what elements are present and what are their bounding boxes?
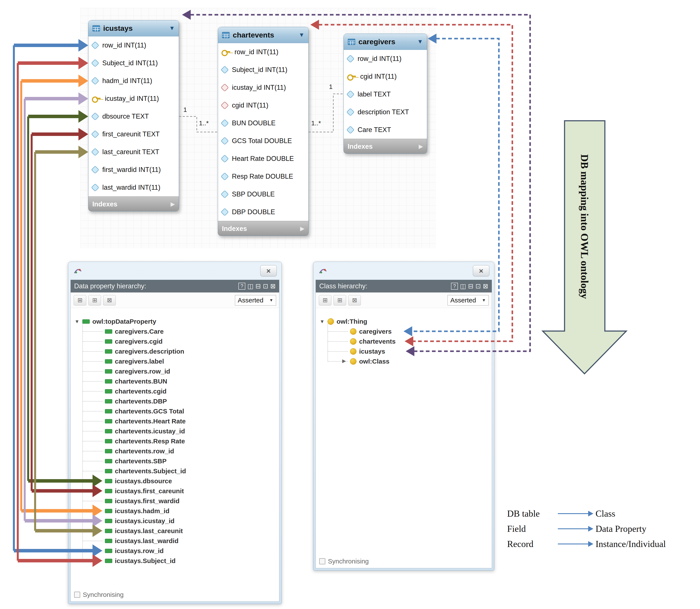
table-field-row[interactable]: Resp Rate DOUBLE bbox=[218, 168, 308, 185]
close-pane-icon[interactable]: ⊠ bbox=[270, 283, 276, 290]
figure-canvas: icustays ▼ row_id INT(11) Subject_id INT… bbox=[0, 0, 700, 609]
chevron-down-icon[interactable]: ▼ bbox=[417, 38, 423, 45]
table-field-row[interactable]: label TEXT bbox=[344, 85, 427, 103]
class-item[interactable]: icustays bbox=[320, 346, 492, 356]
synchronising-label: Synchronising bbox=[83, 591, 124, 598]
field-label: row_id INT(11) bbox=[234, 48, 279, 56]
close-button[interactable]: × bbox=[473, 265, 489, 276]
data-property-item[interactable]: chartevents.Subject_id bbox=[74, 466, 279, 476]
split-view-icon[interactable]: ◫ bbox=[460, 283, 466, 290]
window-titlebar[interactable]: × bbox=[68, 262, 282, 280]
restore-icon[interactable]: ⊡ bbox=[263, 283, 268, 290]
table-field-row[interactable]: last_wardid INT(11) bbox=[88, 179, 179, 196]
table-field-row[interactable]: row_id INT(11) bbox=[88, 36, 179, 54]
restore-icon[interactable]: ⊡ bbox=[475, 283, 481, 290]
data-property-item[interactable]: caregivers.Care bbox=[74, 327, 279, 336]
data-property-item[interactable]: icustays.row_id bbox=[74, 546, 279, 556]
table-field-row[interactable]: dbsource TEXT bbox=[88, 107, 179, 125]
table-field-row[interactable]: first_careunit TEXT bbox=[88, 125, 179, 143]
data-property-item[interactable]: chartevents.Resp Rate bbox=[74, 436, 279, 446]
field-label: Subject_id INT(11) bbox=[232, 66, 287, 74]
data-property-item[interactable]: chartevents.SBP bbox=[74, 456, 279, 466]
close-button[interactable]: × bbox=[260, 265, 277, 276]
table-field-row[interactable]: cgid INT(11) bbox=[218, 97, 308, 114]
class-item[interactable]: owl:Class bbox=[320, 356, 492, 366]
data-property-item[interactable]: icustays.icustay_id bbox=[74, 516, 279, 526]
data-property-item[interactable]: icustays.first_careunit bbox=[74, 486, 279, 496]
data-property-item[interactable]: chartevents.row_id bbox=[74, 446, 279, 456]
table-field-row[interactable]: Care TEXT bbox=[344, 121, 427, 139]
er-table-header[interactable]: chartevents ▼ bbox=[218, 27, 308, 43]
er-table-caregivers[interactable]: caregivers ▼ row_id INT(11) cgid INT(11)… bbox=[343, 34, 427, 154]
indexes-bar[interactable]: Indexes ▶ bbox=[344, 139, 427, 154]
split-view-icon[interactable]: ◫ bbox=[247, 283, 253, 290]
add-subclass-button[interactable]: ⊞ bbox=[319, 295, 331, 306]
er-table-icustays[interactable]: icustays ▼ row_id INT(11) Subject_id INT… bbox=[88, 20, 179, 211]
data-property-item[interactable]: icustays.hadm_id bbox=[74, 506, 279, 516]
data-property-item[interactable]: icustays.Subject_id bbox=[74, 556, 279, 566]
data-property-item[interactable]: caregivers.description bbox=[74, 346, 279, 356]
delete-property-button[interactable]: ⊠ bbox=[103, 295, 116, 306]
table-field-row[interactable]: DBP DOUBLE bbox=[218, 203, 308, 221]
table-field-row[interactable]: hadm_id INT(11) bbox=[88, 72, 179, 90]
data-property-icon bbox=[105, 409, 112, 414]
synchronising-checkbox[interactable] bbox=[74, 592, 80, 598]
table-field-row[interactable]: cgid INT(11) bbox=[344, 68, 427, 85]
data-property-item[interactable]: icustays.first_wardid bbox=[74, 496, 279, 506]
minimize-icon[interactable]: ⊟ bbox=[255, 283, 261, 290]
minimize-icon[interactable]: ⊟ bbox=[468, 283, 473, 290]
tree-root-owl-topdataproperty[interactable]: ▼ owl:topDataProperty bbox=[74, 316, 279, 327]
add-sibling-property-button[interactable]: ⊞ bbox=[88, 295, 101, 306]
table-field-row[interactable]: icustay_id INT(11) bbox=[218, 79, 308, 97]
table-field-row[interactable]: Subject_id INT(11) bbox=[218, 61, 308, 79]
synchronising-checkbox[interactable] bbox=[319, 558, 325, 564]
help-icon[interactable]: ? bbox=[451, 283, 458, 290]
class-item[interactable]: chartevents bbox=[320, 336, 492, 346]
help-icon[interactable]: ? bbox=[238, 283, 245, 290]
expand-collapse-icon[interactable]: ▼ bbox=[320, 319, 327, 325]
data-property-item[interactable]: caregivers.label bbox=[74, 356, 279, 366]
er-table-header[interactable]: icustays ▼ bbox=[88, 20, 179, 36]
indexes-bar[interactable]: Indexes ▶ bbox=[218, 221, 308, 236]
data-property-item[interactable]: caregivers.cgid bbox=[74, 336, 279, 346]
table-field-row[interactable]: last_careunit TEXT bbox=[88, 143, 179, 161]
add-subproperty-button[interactable]: ⊞ bbox=[74, 295, 86, 306]
field-label: SBP DOUBLE bbox=[232, 190, 275, 198]
table-field-row[interactable]: first_wardid INT(11) bbox=[88, 161, 179, 179]
er-table-header[interactable]: caregivers ▼ bbox=[344, 34, 427, 50]
tree-root-owl-thing[interactable]: ▼ owl:Thing bbox=[320, 316, 492, 327]
chevron-down-icon[interactable]: ▼ bbox=[169, 25, 175, 32]
window-titlebar[interactable]: × bbox=[313, 262, 494, 280]
data-property-item[interactable]: icustays.last_wardid bbox=[74, 536, 279, 546]
table-field-row[interactable]: row_id INT(11) bbox=[344, 50, 427, 68]
data-property-item[interactable]: caregivers.row_id bbox=[74, 366, 279, 376]
er-table-chartevents[interactable]: chartevents ▼ row_id INT(11) Subject_id … bbox=[218, 27, 309, 236]
asserted-dropdown[interactable]: Asserted ▼ bbox=[235, 295, 276, 306]
table-field-row[interactable]: row_id INT(11) bbox=[218, 43, 308, 61]
data-property-item[interactable]: chartevents.GCS Total bbox=[74, 406, 279, 416]
indexes-bar[interactable]: Indexes ▶ bbox=[88, 196, 179, 211]
data-property-item[interactable]: chartevents.BUN bbox=[74, 376, 279, 386]
field-label: first_careunit TEXT bbox=[102, 130, 160, 138]
table-field-row[interactable]: icustay_id INT(11) bbox=[88, 90, 179, 107]
table-field-row[interactable]: SBP DOUBLE bbox=[218, 185, 308, 203]
add-sibling-class-button[interactable]: ⊞ bbox=[334, 295, 346, 306]
class-icon bbox=[327, 318, 334, 325]
data-property-item[interactable]: icustays.last_careunit bbox=[74, 526, 279, 536]
data-property-item[interactable]: chartevents.icustay_id bbox=[74, 426, 279, 436]
asserted-dropdown[interactable]: Asserted ▼ bbox=[448, 295, 489, 306]
data-property-item[interactable]: chartevents.Heart Rate bbox=[74, 416, 279, 426]
data-property-item[interactable]: chartevents.cgid bbox=[74, 386, 279, 396]
close-pane-icon[interactable]: ⊠ bbox=[483, 283, 488, 290]
delete-class-button[interactable]: ⊠ bbox=[348, 295, 361, 306]
table-field-row[interactable]: GCS Total DOUBLE bbox=[218, 132, 308, 150]
table-field-row[interactable]: description TEXT bbox=[344, 103, 427, 121]
class-item[interactable]: caregivers bbox=[320, 327, 492, 336]
table-field-row[interactable]: BUN DOUBLE bbox=[218, 114, 308, 132]
table-field-row[interactable]: Heart Rate DOUBLE bbox=[218, 150, 308, 168]
chevron-down-icon[interactable]: ▼ bbox=[299, 32, 305, 38]
table-field-row[interactable]: Subject_id INT(11) bbox=[88, 54, 179, 72]
expand-collapse-icon[interactable]: ▼ bbox=[74, 319, 82, 325]
data-property-item[interactable]: chartevents.DBP bbox=[74, 396, 279, 406]
data-property-item[interactable]: icustays.dbsource bbox=[74, 476, 279, 486]
